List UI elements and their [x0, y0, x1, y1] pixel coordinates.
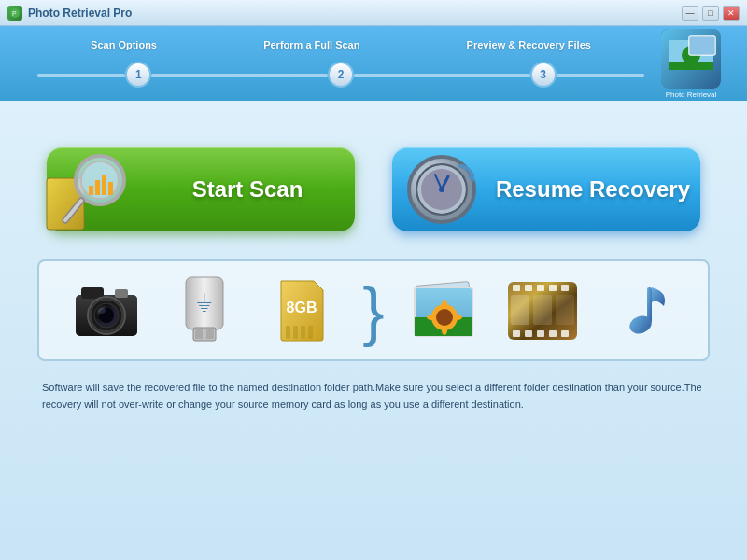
svg-rect-57 — [537, 285, 544, 291]
svg-rect-61 — [525, 330, 532, 337]
svg-rect-62 — [537, 330, 544, 337]
svg-rect-66 — [533, 295, 552, 325]
svg-rect-58 — [549, 285, 557, 291]
camera-icon — [69, 282, 144, 340]
close-button[interactable]: ✕ — [723, 6, 740, 21]
start-scan-label: Start Scan — [140, 176, 355, 203]
photos-icon — [407, 280, 482, 342]
svg-rect-42 — [308, 326, 313, 339]
svg-text:⏚: ⏚ — [197, 287, 212, 315]
step-1-label: Scan Options — [91, 39, 157, 50]
svg-rect-67 — [556, 295, 574, 325]
app-icon: P — [7, 6, 22, 21]
svg-rect-64 — [561, 330, 569, 337]
window-controls: — □ ✕ — [682, 6, 740, 21]
svg-rect-56 — [525, 285, 532, 291]
svg-rect-63 — [549, 330, 557, 337]
info-text: Software will save the recovered file to… — [37, 380, 710, 413]
svg-point-49 — [436, 309, 453, 326]
svg-rect-60 — [513, 330, 520, 337]
app-logo: Photo Retrieval — [654, 29, 728, 99]
svg-rect-13 — [102, 175, 106, 195]
film-strip-icon — [505, 280, 580, 342]
bracket-symbol: } — [362, 278, 384, 343]
app-title: Photo Retrieval Pro — [28, 7, 132, 20]
start-scan-button[interactable]: Start Scan — [47, 147, 355, 231]
step-2-circle: 2 — [328, 62, 354, 88]
svg-point-50 — [442, 300, 447, 309]
title-bar-left: P Photo Retrieval Pro — [7, 6, 132, 21]
logo-image — [661, 29, 721, 89]
maximize-button[interactable]: □ — [702, 6, 719, 21]
music-note-icon — [603, 278, 678, 343]
svg-rect-55 — [513, 285, 520, 291]
svg-point-52 — [427, 315, 436, 320]
minimize-button[interactable]: — — [682, 6, 698, 21]
svg-text:8GB: 8GB — [287, 300, 317, 315]
sd-card-icon: 8GB — [265, 279, 340, 343]
step-3-circle: 3 — [530, 62, 557, 88]
svg-rect-5 — [669, 62, 713, 70]
action-buttons: Start Scan — [37, 147, 710, 231]
svg-rect-41 — [301, 326, 305, 339]
device-icons-panel: ⏚ — [37, 259, 710, 361]
usb-drive-icon: ⏚ — [167, 275, 242, 345]
svg-rect-7 — [689, 36, 715, 55]
svg-rect-11 — [89, 186, 93, 195]
title-bar: P Photo Retrieval Pro — □ ✕ — [0, 0, 747, 26]
svg-rect-65 — [511, 295, 529, 325]
main-content: Start Scan — [0, 101, 747, 560]
svg-text:P: P — [12, 10, 17, 17]
step-2-label: Perform a Full Scan — [263, 39, 359, 50]
svg-point-51 — [442, 326, 447, 335]
resume-recovery-label: Resume Recovery — [486, 176, 700, 203]
svg-rect-39 — [286, 326, 290, 339]
svg-point-53 — [453, 315, 462, 320]
step-1-circle: 1 — [125, 62, 151, 88]
svg-rect-38 — [206, 329, 214, 339]
scan-icon — [42, 141, 135, 239]
resume-recovery-button[interactable]: Resume Recovery — [392, 147, 700, 231]
svg-rect-59 — [561, 285, 569, 291]
svg-rect-12 — [95, 180, 100, 195]
recovery-icon — [400, 143, 484, 227]
svg-rect-40 — [293, 326, 298, 339]
wizard-header: Scan Options Perform a Full Scan Preview… — [0, 26, 747, 101]
step-3-label: Preview & Recovery Files — [467, 39, 591, 50]
svg-rect-37 — [195, 329, 203, 339]
svg-rect-14 — [108, 182, 113, 195]
logo-text: Photo Retrieval — [666, 91, 717, 99]
svg-point-23 — [439, 187, 444, 192]
svg-rect-28 — [115, 289, 128, 298]
